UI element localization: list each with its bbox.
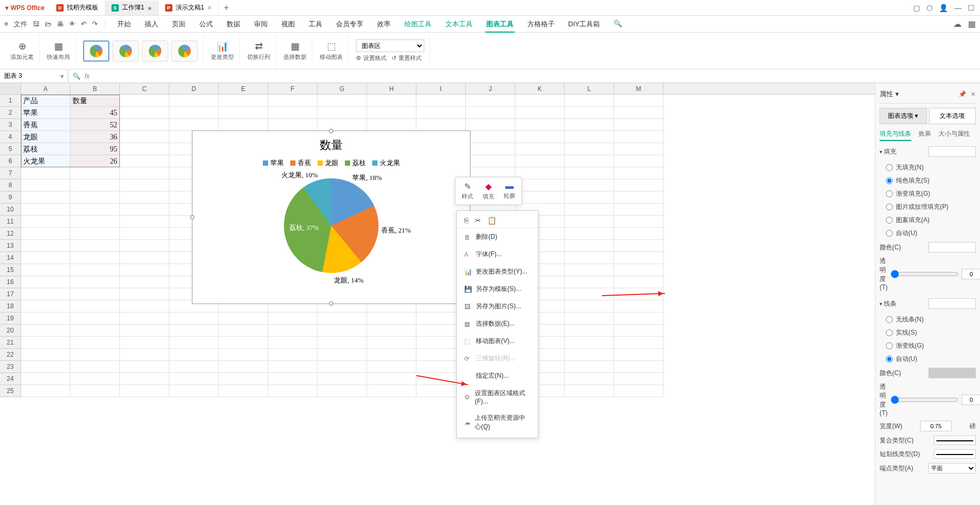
copy-icon[interactable]: ⎘ [464,216,468,225]
row-header[interactable]: 23 [0,361,21,373]
cell[interactable] [268,349,318,361]
ctx-font[interactable]: A字体(F)... [457,246,538,263]
tab-presentation[interactable]: P 演示文稿1 × [159,1,219,15]
cell[interactable] [219,385,268,397]
cell[interactable] [70,300,120,312]
close-icon[interactable]: ● [147,4,151,12]
row-header[interactable]: 1 [0,95,21,107]
cell[interactable] [614,361,663,373]
paste-icon[interactable]: 📋 [487,216,496,225]
cell[interactable] [70,288,120,300]
radio-auto-line[interactable]: 自动(U) [880,352,976,366]
cell[interactable] [614,264,663,276]
cell[interactable] [614,107,663,119]
maximize-icon[interactable]: ☐ [968,4,975,12]
cell[interactable] [367,385,416,397]
cell[interactable] [614,167,663,179]
col-header[interactable]: E [219,83,268,94]
select-all-corner[interactable] [0,83,21,94]
cell[interactable] [120,95,169,107]
user-icon[interactable]: 👤 [939,4,948,12]
cell[interactable] [120,167,169,179]
cell[interactable] [169,312,219,325]
cell[interactable] [70,191,120,204]
col-header[interactable]: L [565,83,614,94]
pie-chart[interactable]: 苹果, 18% 香蕉, 21% 龙眼, 14% 荔枝, 37% 火龙果, 10% [284,178,379,273]
close-icon[interactable]: ✕ [971,90,976,98]
cell[interactable] [70,276,120,288]
cell[interactable] [515,191,565,204]
cell[interactable] [120,300,169,312]
cell[interactable] [565,373,614,385]
row-header[interactable]: 3 [0,119,21,131]
cell[interactable] [169,349,219,361]
fill-button[interactable]: ◆填充 [478,179,498,203]
reset-style-button[interactable]: ↺ 重置样式 [392,54,422,62]
cell[interactable]: 数量 [70,95,120,107]
tab-page[interactable]: 页面 [166,16,192,32]
cell[interactable]: 火龙果 [21,155,70,167]
chart-title[interactable]: 数量 [192,131,470,153]
cell[interactable] [565,228,614,240]
cell[interactable] [416,119,466,131]
col-header[interactable]: I [416,83,466,94]
cell[interactable] [120,131,169,143]
print-icon[interactable]: 🖶 [57,20,64,28]
cell[interactable]: 产品 [21,95,70,107]
cell[interactable] [169,337,219,349]
cell[interactable] [466,143,515,155]
cell[interactable] [120,252,169,264]
subtab-size[interactable]: 大小与属性 [938,129,970,141]
add-element-button[interactable]: ⊕添加元素 [5,35,39,67]
cell[interactable] [120,240,169,252]
cell[interactable] [318,325,367,337]
cell[interactable]: 荔枝 [21,143,70,155]
quick-layout-button[interactable]: ▦快速布局 [42,35,76,67]
row-header[interactable]: 4 [0,131,21,143]
radio-picture-fill[interactable]: 图片或纹理填充(P) [880,200,976,214]
cell[interactable] [120,143,169,155]
tab-efficiency[interactable]: 效率 [371,16,397,32]
cell[interactable] [614,325,663,337]
col-header[interactable]: M [614,83,663,94]
menu-icon[interactable]: ≡ [4,20,8,28]
cell[interactable] [614,179,663,191]
cell[interactable] [219,349,268,361]
close-icon[interactable]: × [208,4,212,12]
cell[interactable]: 45 [70,107,120,119]
add-tab-button[interactable]: + [219,3,234,13]
cell[interactable] [120,361,169,373]
cell[interactable] [614,276,663,288]
tab-review[interactable]: 审阅 [248,16,274,32]
compound-select[interactable] [934,436,976,445]
line-color-button[interactable] [928,368,976,378]
ctx-select-data[interactable]: ▦选择数据(E)... [457,315,538,332]
ctx-move-chart[interactable]: ⬚移动图表(V)... [457,332,538,350]
cell[interactable] [367,373,416,385]
cell[interactable] [120,204,169,216]
cell[interactable] [565,95,614,107]
cell[interactable] [565,179,614,191]
cell[interactable] [21,337,70,349]
cell[interactable] [268,385,318,397]
cell[interactable] [70,216,120,228]
cell[interactable] [70,264,120,276]
select-data-button[interactable]: ▦选择数据 [278,35,312,67]
cell[interactable] [565,349,614,361]
radio-gradient-line[interactable]: 渐变线(G) [880,339,976,352]
cell[interactable] [219,373,268,385]
cell[interactable] [120,216,169,228]
cell[interactable] [21,276,70,288]
tab-view[interactable]: 视图 [275,16,301,32]
cell[interactable] [367,107,416,119]
cell[interactable] [21,300,70,312]
tab-diy[interactable]: DIY工具箱 [562,16,607,32]
cell[interactable]: 95 [70,143,120,155]
zoom-icon[interactable]: 🔍 [73,73,80,80]
cell[interactable] [21,373,70,385]
cell[interactable] [21,204,70,216]
radio-no-line[interactable]: 无线条(N) [880,313,976,326]
chart-style-2[interactable] [113,41,139,62]
cell[interactable] [120,349,169,361]
preview-icon[interactable]: 👁 [69,20,76,28]
